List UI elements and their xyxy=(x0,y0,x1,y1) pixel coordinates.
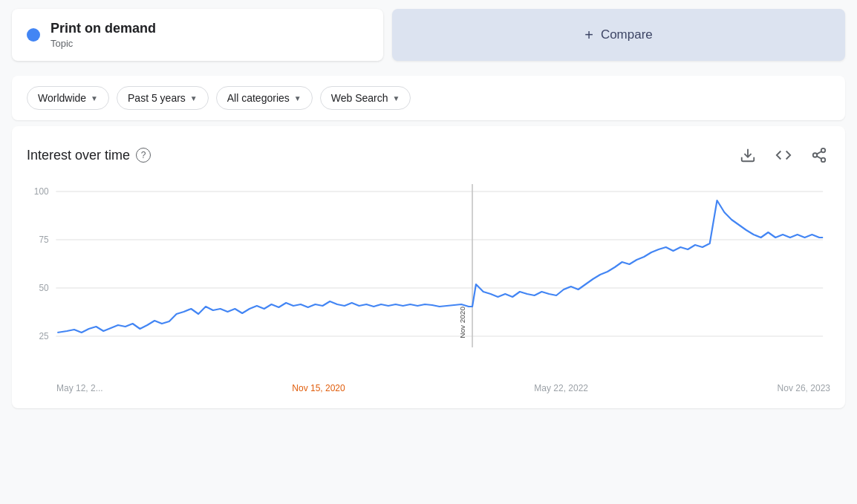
svg-text:75: 75 xyxy=(39,235,49,245)
svg-text:Nov 2020: Nov 2020 xyxy=(458,307,466,338)
term-info: Print on demand Topic xyxy=(50,21,156,49)
chart-header: Interest over time ? xyxy=(27,144,830,166)
x-label-2: Nov 15, 2020 xyxy=(292,383,345,393)
svg-point-2 xyxy=(813,153,818,157)
trend-chart-svg: 100 75 50 25 Nov 2020 xyxy=(27,184,830,377)
term-dot xyxy=(27,28,40,42)
filter-category[interactable]: All categories ▼ xyxy=(216,86,313,110)
svg-point-3 xyxy=(821,158,826,163)
filter-time[interactable]: Past 5 years ▼ xyxy=(117,86,209,110)
download-button[interactable] xyxy=(737,144,759,166)
top-section: Print on demand Topic + Compare xyxy=(0,0,857,70)
chevron-down-icon: ▼ xyxy=(91,94,98,102)
share-button[interactable] xyxy=(808,144,830,166)
filters-section: Worldwide ▼ Past 5 years ▼ All categorie… xyxy=(12,76,845,120)
svg-text:25: 25 xyxy=(39,331,49,341)
svg-point-1 xyxy=(821,148,826,153)
chart-title-area: Interest over time ? xyxy=(27,148,151,163)
embed-button[interactable] xyxy=(772,144,795,166)
help-icon[interactable]: ? xyxy=(136,148,151,163)
svg-text:100: 100 xyxy=(34,186,49,197)
x-label-3: May 22, 2022 xyxy=(534,383,588,393)
chart-title: Interest over time xyxy=(27,148,130,163)
compare-card[interactable]: + Compare xyxy=(392,9,845,61)
term-subtitle: Topic xyxy=(50,38,156,49)
search-term-card: Print on demand Topic xyxy=(12,9,383,61)
chevron-down-icon: ▼ xyxy=(392,94,400,102)
chart-actions xyxy=(737,144,830,166)
filter-time-label: Past 5 years xyxy=(128,92,186,104)
filter-geo-label: Worldwide xyxy=(38,92,86,104)
filter-geo[interactable]: Worldwide ▼ xyxy=(27,86,109,110)
chart-section: Interest over time ? xyxy=(12,126,845,408)
x-label-4: Nov 26, 2023 xyxy=(778,383,830,393)
svg-line-5 xyxy=(817,151,821,154)
filter-search-type[interactable]: Web Search ▼ xyxy=(320,86,411,110)
chart-container: 100 75 50 25 Nov 2020 xyxy=(27,184,830,377)
svg-line-4 xyxy=(817,156,821,159)
term-title: Print on demand xyxy=(50,21,156,36)
x-axis-labels: May 12, 2... Nov 15, 2020 May 22, 2022 N… xyxy=(27,377,830,393)
chevron-down-icon: ▼ xyxy=(190,94,198,102)
filter-category-label: All categories xyxy=(227,92,290,104)
chevron-down-icon: ▼ xyxy=(294,94,302,102)
x-label-1: May 12, 2... xyxy=(56,383,103,393)
compare-label: Compare xyxy=(601,27,653,42)
filter-search-type-label: Web Search xyxy=(331,92,388,104)
svg-text:50: 50 xyxy=(39,283,49,293)
compare-plus-icon: + xyxy=(584,27,593,44)
